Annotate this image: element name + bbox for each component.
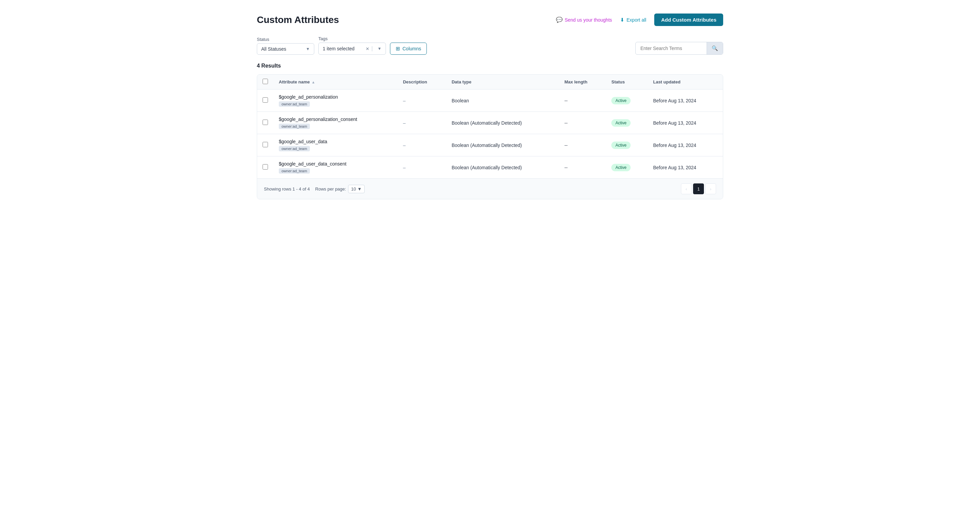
tags-selected-value: 1 item selected <box>323 46 364 51</box>
tag-badge: owner:ad_team <box>279 168 310 174</box>
table-footer: Showing rows 1 - 4 of 4 Rows per page: 1… <box>257 178 723 199</box>
row-attr-name-cell: $google_ad_personalization owner:ad_team <box>274 89 398 112</box>
row-status-cell: Active <box>606 89 648 112</box>
data-type-value: Boolean (Automatically Detected) <box>452 143 522 148</box>
results-table-container: Attribute name ▲ Description Data type M… <box>257 74 723 199</box>
add-custom-attributes-button[interactable]: Add Custom Attributes <box>654 14 723 26</box>
row-attr-name-cell: $google_ad_user_data_consent owner:ad_te… <box>274 156 398 179</box>
attr-name-value: $google_ad_user_data <box>279 139 392 144</box>
rows-per-page-label: Rows per page: <box>315 186 346 192</box>
status-label: Status <box>257 37 314 42</box>
description-value: – <box>403 143 406 148</box>
page-title: Custom Attributes <box>257 14 339 25</box>
last-updated-value: Before Aug 13, 2024 <box>653 120 697 125</box>
row-description-cell: – <box>398 89 446 112</box>
col-header-max-length: Max length <box>559 75 606 89</box>
search-input[interactable] <box>636 43 706 54</box>
divider: | <box>371 46 373 52</box>
chat-icon: 💬 <box>556 17 563 23</box>
header-actions: 💬 Send us your thoughts ⬇ Export all Add… <box>556 14 723 26</box>
col-header-description: Description <box>398 75 446 89</box>
row-checkbox-3[interactable] <box>262 164 268 170</box>
filters-row: Status All Statuses ▼ Tags 1 item select… <box>257 36 723 55</box>
search-icon: 🔍 <box>712 45 718 51</box>
status-badge: Active <box>611 141 631 149</box>
row-max-length-cell: -- <box>559 134 606 156</box>
export-button[interactable]: ⬇ Export all <box>620 17 646 23</box>
max-length-value: -- <box>564 98 567 103</box>
table-row: $google_ad_user_data_consent owner:ad_te… <box>257 156 723 179</box>
row-max-length-cell: -- <box>559 112 606 134</box>
tags-label: Tags <box>318 36 386 41</box>
chevron-down-icon: ▼ <box>377 46 382 51</box>
chevron-down-icon: ▼ <box>357 186 361 192</box>
row-checkbox-2[interactable] <box>262 142 268 147</box>
description-value: – <box>403 120 406 125</box>
col-header-attr-name[interactable]: Attribute name ▲ <box>274 75 398 89</box>
pagination: ‹ 1 › <box>681 183 716 194</box>
page-1-button[interactable]: 1 <box>693 183 704 194</box>
next-page-button[interactable]: › <box>705 183 716 194</box>
page-header: Custom Attributes 💬 Send us your thought… <box>257 14 723 26</box>
attr-name-value: $google_ad_user_data_consent <box>279 161 392 167</box>
search-wrapper: 🔍 <box>635 42 723 55</box>
row-checkbox-cell <box>257 134 274 156</box>
results-count: 4 Results <box>257 63 723 69</box>
last-updated-value: Before Aug 13, 2024 <box>653 98 697 103</box>
prev-page-button[interactable]: ‹ <box>681 183 692 194</box>
status-badge: Active <box>611 164 631 171</box>
tag-badge: owner:ad_team <box>279 146 310 151</box>
rows-per-page-select[interactable]: 10 ▼ <box>348 185 364 193</box>
description-value: – <box>403 165 406 170</box>
data-type-value: Boolean (Automatically Detected) <box>452 120 522 125</box>
col-header-status: Status <box>606 75 648 89</box>
tag-badge: owner:ad_team <box>279 124 310 129</box>
tag-badge: owner:ad_team <box>279 101 310 107</box>
search-button[interactable]: 🔍 <box>706 42 723 54</box>
max-length-value: -- <box>564 120 567 125</box>
columns-icon: ⊞ <box>396 46 400 52</box>
showing-rows-text: Showing rows 1 - 4 of 4 <box>264 186 310 192</box>
col-header-data-type: Data type <box>446 75 559 89</box>
send-thoughts-button[interactable]: 💬 Send us your thoughts <box>556 17 612 23</box>
columns-button[interactable]: ⊞ Columns <box>390 43 427 55</box>
row-attr-name-cell: $google_ad_user_data owner:ad_team <box>274 134 398 156</box>
col-header-last-updated: Last updated <box>648 75 723 89</box>
row-checkbox-cell <box>257 156 274 179</box>
data-type-value: Boolean <box>452 98 469 103</box>
row-last-updated-cell: Before Aug 13, 2024 <box>648 112 723 134</box>
table-row: $google_ad_personalization owner:ad_team… <box>257 89 723 112</box>
row-data-type-cell: Boolean (Automatically Detected) <box>446 134 559 156</box>
row-checkbox-cell <box>257 112 274 134</box>
status-filter-group: Status All Statuses ▼ <box>257 37 314 55</box>
row-checkbox-1[interactable] <box>262 119 268 125</box>
table-header-row: Attribute name ▲ Description Data type M… <box>257 75 723 89</box>
chevron-down-icon: ▼ <box>306 47 310 51</box>
row-checkbox-0[interactable] <box>262 97 268 103</box>
select-all-checkbox[interactable] <box>262 79 268 84</box>
tags-select[interactable]: 1 item selected ✕ | ▼ <box>318 43 386 55</box>
last-updated-value: Before Aug 13, 2024 <box>653 143 697 148</box>
row-data-type-cell: Boolean (Automatically Detected) <box>446 112 559 134</box>
data-type-value: Boolean (Automatically Detected) <box>452 165 522 170</box>
export-icon: ⬇ <box>620 17 625 23</box>
status-select[interactable]: All Statuses ▼ <box>257 43 314 55</box>
select-all-header <box>257 75 274 89</box>
row-status-cell: Active <box>606 156 648 179</box>
sort-icon: ▲ <box>312 80 315 84</box>
status-badge: Active <box>611 119 631 127</box>
row-last-updated-cell: Before Aug 13, 2024 <box>648 89 723 112</box>
row-status-cell: Active <box>606 134 648 156</box>
tags-filter-group: Tags 1 item selected ✕ | ▼ <box>318 36 386 55</box>
row-description-cell: – <box>398 112 446 134</box>
row-status-cell: Active <box>606 112 648 134</box>
clear-tags-icon[interactable]: ✕ <box>366 46 369 51</box>
row-data-type-cell: Boolean (Automatically Detected) <box>446 156 559 179</box>
rows-per-page-group: Rows per page: 10 ▼ <box>315 185 364 193</box>
rows-per-page-value: 10 <box>351 186 356 192</box>
row-description-cell: – <box>398 156 446 179</box>
description-value: – <box>403 98 406 103</box>
row-attr-name-cell: $google_ad_personalization_consent owner… <box>274 112 398 134</box>
row-data-type-cell: Boolean <box>446 89 559 112</box>
results-table: Attribute name ▲ Description Data type M… <box>257 75 723 178</box>
